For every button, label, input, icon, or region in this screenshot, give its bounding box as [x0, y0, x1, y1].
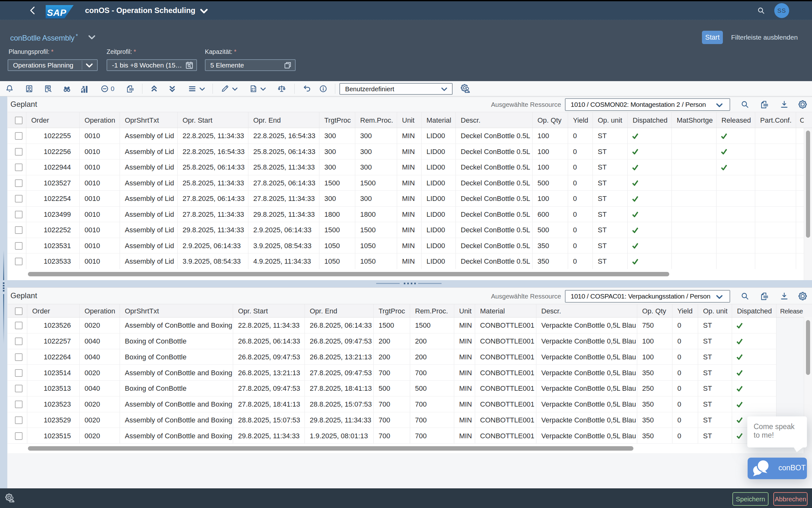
svg-text:SAP: SAP	[47, 8, 66, 18]
